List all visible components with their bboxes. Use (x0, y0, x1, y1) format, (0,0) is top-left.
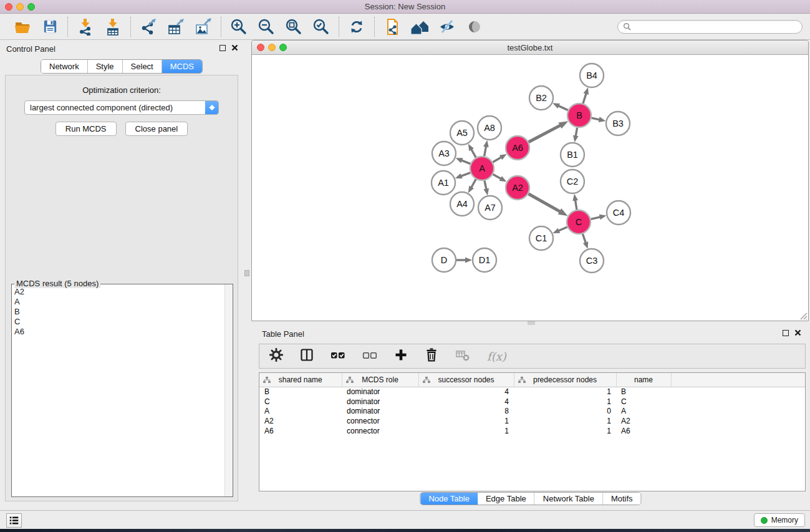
mcds-result-list[interactable]: A2ABCA6 (12, 287, 224, 496)
float-table-panel-icon[interactable] (783, 330, 789, 336)
open-icon[interactable] (12, 17, 32, 37)
column-header-name[interactable]: name (616, 373, 671, 387)
column-header-shared-name[interactable]: shared name (259, 373, 342, 387)
import-network-icon[interactable] (75, 17, 95, 37)
delete-column-icon[interactable] (455, 348, 470, 364)
float-panel-icon[interactable] (219, 45, 226, 51)
run-mcds-button[interactable]: Run MCDS (55, 122, 117, 136)
vertical-splitter-handle[interactable] (244, 270, 249, 276)
graph-edge-B-B2[interactable] (557, 105, 567, 110)
close-panel-icon[interactable] (231, 44, 238, 51)
graph-edge-B-B3[interactable] (592, 118, 600, 120)
zoom-out-icon[interactable] (256, 17, 276, 37)
add-icon[interactable] (394, 348, 408, 364)
close-table-panel-icon[interactable] (794, 329, 801, 336)
export-network-icon[interactable] (138, 17, 158, 37)
network-graph[interactable]: B4B2BB3A5A8A3A6B1AA1A2C2A4A7CC4C1C3DD1 (252, 55, 808, 321)
column-header-successor-nodes[interactable]: successor nodes (418, 373, 514, 387)
table-row[interactable]: Cdominator41C (259, 397, 805, 407)
tab-network-table[interactable]: Network Table (535, 493, 603, 505)
deselect-all-icon[interactable] (362, 348, 377, 364)
graph-edge-A-A3[interactable] (461, 160, 470, 164)
hide-panel-icon[interactable] (437, 17, 457, 37)
tab-network[interactable]: Network (41, 60, 88, 73)
tab-motifs[interactable]: Motifs (603, 493, 641, 505)
graph-node-B4[interactable]: B4 (580, 64, 604, 87)
graph-node-A8[interactable]: A8 (478, 116, 501, 140)
graph-node-A[interactable]: A (470, 157, 494, 180)
column-header-predecessor-nodes[interactable]: predecessor nodes (514, 373, 616, 387)
column-header-mcds-role[interactable]: MCDS role (342, 373, 418, 387)
result-item[interactable]: A (14, 297, 224, 307)
result-item[interactable]: C (14, 317, 224, 327)
network-canvas[interactable]: B4B2BB3A5A8A3A6B1AA1A2C2A4A7CC4C1C3DD1 (252, 55, 808, 321)
graph-node-A4[interactable]: A4 (450, 192, 474, 216)
graph-node-C3[interactable]: C3 (580, 249, 604, 273)
export-table-icon[interactable] (166, 17, 186, 37)
memory-button[interactable]: Memory (754, 513, 805, 527)
tab-mcds[interactable]: MCDS (162, 60, 202, 73)
import-table-icon[interactable] (103, 17, 123, 37)
result-item[interactable]: A2 (14, 287, 224, 297)
zoom-fit-icon[interactable] (284, 17, 304, 37)
zoom-selected-icon[interactable] (311, 17, 331, 37)
show-eye-icon[interactable] (465, 17, 485, 37)
resize-grip-icon[interactable] (799, 311, 808, 320)
graph-node-A3[interactable]: A3 (432, 142, 456, 165)
graph-node-B[interactable]: B (567, 104, 591, 127)
graph-node-C4[interactable]: C4 (607, 201, 630, 225)
table-row[interactable]: A2connector11A2 (259, 416, 805, 426)
graph-node-A6[interactable]: A6 (506, 136, 529, 160)
columns-icon[interactable] (300, 348, 314, 364)
search-field[interactable] (617, 20, 803, 34)
table-row[interactable]: Adominator80A (259, 406, 805, 416)
graph-node-A5[interactable]: A5 (450, 121, 474, 145)
graph-edge-A6-B[interactable] (529, 125, 561, 142)
tab-node-table[interactable]: Node Table (420, 493, 478, 505)
trash-icon[interactable] (425, 348, 438, 364)
graph-node-C[interactable]: C (567, 210, 591, 234)
export-image-icon[interactable] (193, 17, 213, 37)
graph-node-A2[interactable]: A2 (506, 176, 529, 200)
graph-edge-A-A8[interactable] (485, 146, 486, 157)
graph-node-D1[interactable]: D1 (473, 248, 496, 272)
task-list-button[interactable] (6, 513, 22, 528)
fx-icon[interactable]: f(x) (487, 350, 506, 363)
result-item[interactable]: B (14, 307, 224, 317)
tab-edge-table[interactable]: Edge Table (478, 493, 535, 505)
graph-edge-A2-C[interactable] (528, 194, 561, 212)
save-icon[interactable] (40, 17, 60, 37)
graph-edge-A-A5[interactable] (471, 148, 476, 157)
graph-node-A1[interactable]: A1 (432, 171, 455, 195)
select-all-icon[interactable] (330, 348, 345, 364)
result-item[interactable]: A6 (14, 327, 224, 337)
graph-node-D[interactable]: D (432, 248, 456, 272)
graph-node-B3[interactable]: B3 (606, 112, 630, 135)
search-input[interactable] (631, 21, 797, 32)
graph-edge-A-A1[interactable] (460, 173, 470, 177)
graph-edge-B-B1[interactable] (576, 128, 577, 137)
graph-edge-A-A4[interactable] (471, 179, 476, 188)
refresh-icon[interactable] (347, 17, 367, 37)
graph-node-C1[interactable]: C1 (529, 226, 553, 250)
new-network-document-icon[interactable] (382, 17, 402, 37)
table-row[interactable]: Bdominator41B (259, 387, 805, 397)
graph-edge-A-A6[interactable] (493, 157, 502, 162)
criterion-select[interactable]: largest connected component (directed) (24, 100, 219, 115)
zoom-in-icon[interactable] (229, 17, 249, 37)
home-icon[interactable] (410, 17, 430, 37)
graph-node-B2[interactable]: B2 (529, 86, 553, 110)
graph-node-C2[interactable]: C2 (561, 170, 584, 193)
close-panel-button[interactable]: Close panel (125, 122, 188, 136)
tab-style[interactable]: Style (88, 60, 123, 73)
graph-node-A7[interactable]: A7 (478, 196, 502, 220)
graph-node-B1[interactable]: B1 (561, 143, 584, 167)
graph-edge-C-C1[interactable] (558, 227, 567, 231)
graph-edge-C-C2[interactable] (575, 200, 577, 210)
tab-select[interactable]: Select (123, 60, 162, 73)
graph-edge-A-A7[interactable] (485, 181, 486, 190)
graph-edge-C-C3[interactable] (582, 234, 586, 244)
network-window-titlebar[interactable]: testGlobe.txt (252, 41, 808, 55)
graph-edge-C-C4[interactable] (591, 217, 600, 220)
graph-edge-A-A2[interactable] (493, 175, 502, 180)
